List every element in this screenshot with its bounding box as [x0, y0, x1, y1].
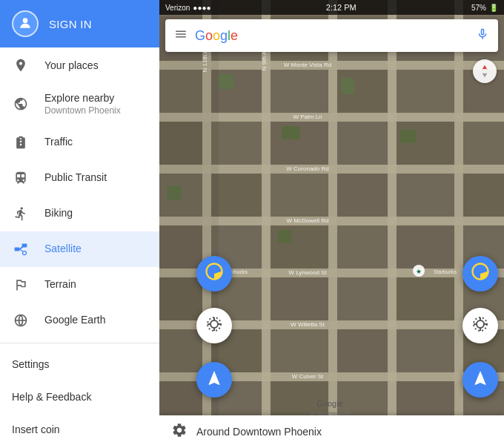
sidebar-item-terrain-label: Terrain	[44, 278, 76, 291]
sidebar-item-explore-nearby[interactable]: Explore nearby Downtown Phoenix	[0, 83, 159, 125]
nav-left-button[interactable]	[196, 362, 232, 398]
insert-coin-label: Insert coin	[12, 424, 60, 435]
sidebar-item-satellite-label: Satellite	[44, 243, 82, 255]
sidebar-header[interactable]: SIGN IN	[0, 0, 159, 47]
sidebar-item-explore-sublabel: Downtown Phoenix	[44, 105, 121, 116]
svg-rect-30	[336, 172, 389, 218]
svg-rect-35	[269, 224, 330, 270]
svg-rect-77	[341, 78, 354, 94]
svg-rect-67	[388, 0, 397, 448]
user-icon	[18, 16, 33, 33]
bottom-bar-label: Around Downtown Phoenix	[196, 426, 322, 438]
svg-rect-47	[269, 328, 330, 374]
pacman-left-button[interactable]	[196, 256, 232, 291]
sidebar-item-biking-label: Biking	[44, 207, 73, 220]
svg-rect-48	[336, 328, 389, 374]
svg-text:W Palm Ln: W Palm Ln	[293, 113, 322, 120]
search-bar[interactable]: Google	[165, 19, 498, 52]
nav-right-icon	[471, 369, 489, 390]
sidebar: SIGN IN Your places Explore nearby Downt…	[0, 0, 159, 448]
svg-text:★: ★	[416, 268, 422, 275]
svg-text:W Culver St: W Culver St	[292, 373, 324, 380]
svg-point-105	[477, 320, 484, 328]
svg-rect-24	[336, 120, 389, 166]
svg-rect-41	[269, 276, 330, 322]
divider-1	[0, 343, 159, 343]
sidebar-item-biking[interactable]: Biking	[0, 196, 159, 231]
nav-right-button[interactable]	[462, 362, 498, 398]
sidebar-item-your-places-label: Your places	[44, 59, 99, 72]
map-container[interactable]: N 11th Ave N 9th Ave W Monte Vista Rd W …	[159, 0, 504, 448]
location-right-button[interactable]	[462, 308, 498, 343]
explore-icon	[12, 95, 30, 113]
carrier-text: Verizon	[165, 4, 190, 12]
sidebar-item-google-earth-label: Google Earth	[44, 314, 106, 326]
satellite-icon	[12, 240, 30, 258]
svg-rect-76	[282, 126, 300, 139]
svg-rect-32	[462, 172, 504, 218]
battery-icon: 🔋	[489, 4, 498, 12]
sidebar-item-public-transit[interactable]: Public Transit	[0, 160, 159, 196]
svg-point-0	[23, 18, 28, 23]
sidebar-item-help-feedback[interactable]: Help & Feedback	[0, 381, 159, 413]
location-right-icon	[471, 315, 489, 336]
terrain-icon	[12, 276, 30, 294]
svg-rect-80	[278, 230, 291, 243]
location-left-button[interactable]	[196, 308, 232, 343]
status-time: 2:12 PM	[326, 3, 357, 12]
biking-icon	[12, 205, 30, 223]
svg-rect-78	[400, 130, 417, 143]
help-feedback-label: Help & Feedback	[12, 391, 91, 403]
svg-text:W McDowell Rd: W McDowell Rd	[287, 217, 329, 224]
hamburger-icon[interactable]	[174, 27, 188, 45]
transit-icon	[12, 169, 30, 187]
compass-inner	[473, 59, 497, 83]
sign-in-label[interactable]: SIGN IN	[49, 18, 92, 30]
pacman-right-icon	[470, 261, 491, 287]
status-carrier: Verizon ●●●●	[165, 4, 211, 12]
map-compass[interactable]	[471, 58, 498, 85]
svg-rect-42	[336, 276, 389, 322]
signal-dots: ●●●●	[193, 4, 210, 12]
sidebar-nav: Your places Explore nearby Downtown Phoe…	[0, 47, 159, 448]
sidebar-item-settings[interactable]: Settings	[0, 348, 159, 381]
svg-text:Google: Google	[316, 399, 342, 408]
status-battery: 57% 🔋	[471, 4, 498, 12]
svg-rect-31	[395, 172, 456, 218]
svg-text:W Willetta St: W Willetta St	[291, 321, 325, 328]
sidebar-item-satellite[interactable]: Satellite	[0, 231, 159, 267]
mic-icon[interactable]	[476, 27, 489, 45]
svg-point-4	[23, 251, 27, 254]
sidebar-item-traffic[interactable]: Traffic	[0, 125, 159, 160]
svg-rect-43	[395, 276, 456, 322]
sidebar-item-public-transit-label: Public Transit	[44, 171, 107, 184]
status-bar: Verizon ●●●● 2:12 PM 57% 🔋	[159, 0, 504, 15]
svg-text:W Coronado Rd: W Coronado Rd	[286, 165, 328, 172]
bottom-bar: Around Downtown Phoenix	[159, 415, 504, 448]
gear-icon[interactable]	[171, 422, 188, 442]
sidebar-item-terrain[interactable]: Terrain	[0, 267, 159, 303]
svg-text:W Lynwood St: W Lynwood St	[288, 269, 327, 276]
svg-rect-26	[462, 120, 504, 166]
svg-rect-49	[395, 328, 456, 374]
traffic-icon	[12, 134, 30, 151]
svg-rect-29	[269, 172, 330, 218]
sidebar-item-traffic-label: Traffic	[44, 136, 73, 148]
svg-line-5	[19, 249, 22, 251]
nav-left-icon	[205, 369, 223, 390]
pacman-right-button[interactable]	[462, 256, 498, 291]
svg-text:W Monte Vista Rd: W Monte Vista Rd	[284, 62, 331, 68]
pacman-left-icon	[204, 261, 225, 286]
svg-rect-37	[395, 224, 456, 270]
avatar[interactable]	[12, 10, 39, 37]
location-left-icon	[205, 315, 223, 336]
svg-rect-1	[15, 247, 20, 251]
google-logo: Google	[195, 28, 468, 44]
sidebar-item-insert-coin[interactable]: Insert coin	[0, 413, 159, 446]
battery-pct: 57%	[471, 4, 486, 12]
svg-rect-75	[219, 74, 233, 89]
settings-label: Settings	[12, 358, 50, 370]
sidebar-item-google-earth[interactable]: Google Earth	[0, 303, 159, 338]
sidebar-item-your-places[interactable]: Your places	[0, 47, 159, 83]
sidebar-item-explore-text: Explore nearby Downtown Phoenix	[44, 92, 121, 116]
